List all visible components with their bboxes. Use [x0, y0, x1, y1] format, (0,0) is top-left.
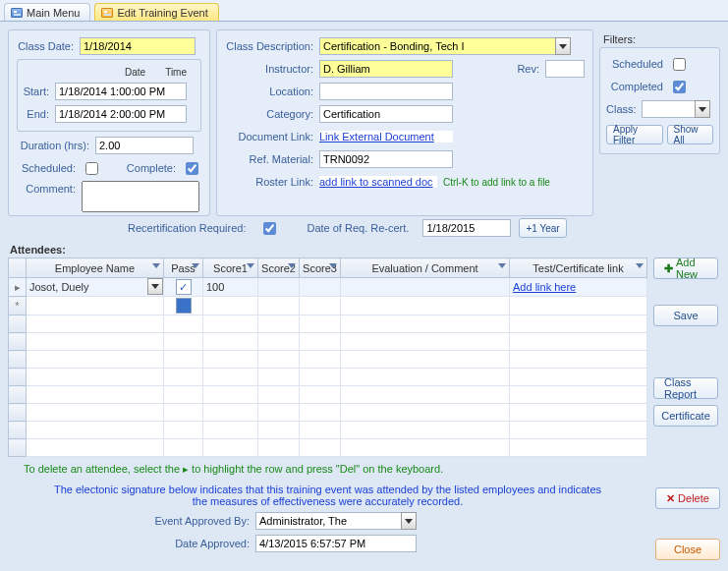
tab-edit-label: Edit Training Event [117, 7, 207, 19]
table-row [9, 404, 647, 422]
plus-one-year-button[interactable]: +1 Year [519, 218, 566, 238]
instructor-label: Instructor: [225, 63, 319, 75]
chevron-down-icon [405, 519, 413, 524]
table-new-row[interactable]: * [9, 297, 647, 315]
time-header: Time [165, 67, 187, 78]
sort-arrow-icon [288, 263, 296, 268]
rev-label: Rev: [490, 63, 545, 75]
roster-link-label: Roster Link: [225, 176, 319, 188]
row-selector-header[interactable] [9, 258, 27, 278]
recert-date-input[interactable] [422, 219, 511, 237]
filter-scheduled-checkbox[interactable] [673, 58, 686, 71]
comment-input[interactable] [82, 181, 199, 212]
end-input[interactable] [55, 105, 187, 123]
employee-dropdown[interactable] [147, 278, 163, 295]
col-evaluation[interactable]: Evaluation / Comment [341, 258, 510, 278]
sort-arrow-icon [247, 263, 254, 268]
cell-pass[interactable] [164, 297, 203, 315]
roster-link[interactable]: add link to scanned doc [319, 176, 433, 188]
form-icon [11, 8, 23, 18]
table-row[interactable]: ▸ Josot, Duely ✓ 100 Add link here [9, 278, 647, 297]
col-score1[interactable]: Score1 [203, 258, 258, 278]
delete-button[interactable]: ✕Delete [655, 487, 720, 509]
date-header: Date [125, 67, 145, 78]
recert-required-checkbox[interactable] [263, 222, 276, 235]
new-row-indicator[interactable]: * [9, 297, 27, 315]
duration-label: Duration (hrs): [17, 140, 95, 151]
rev-input[interactable] [545, 60, 585, 78]
filter-class-label: Class: [606, 103, 642, 115]
table-row [9, 351, 647, 369]
col-pass[interactable]: Pass [164, 258, 203, 278]
add-new-button[interactable]: ✚Add New [653, 257, 718, 279]
filter-completed-checkbox[interactable] [673, 81, 686, 93]
date-approved-input[interactable] [255, 535, 417, 552]
date-approved-label: Date Approved: [147, 538, 255, 549]
duration-input[interactable] [95, 137, 194, 154]
roster-link-hint: Ctrl-K to add link to a file [443, 177, 550, 188]
recert-date-label: Date of Req. Re-cert. [307, 222, 415, 234]
end-label: End: [22, 108, 55, 120]
approved-by-dropdown[interactable] [401, 512, 417, 530]
row-selector[interactable]: ▸ [9, 278, 27, 297]
add-cert-link[interactable]: Add link here [513, 281, 576, 293]
attendees-table: Employee Name Pass Score1 Score2 Score3 … [8, 257, 647, 457]
col-score3[interactable]: Score3 [300, 258, 341, 278]
table-row [9, 315, 647, 333]
signature-text: The electonic signature below indicates … [49, 484, 606, 507]
approved-by-input[interactable] [255, 512, 401, 530]
table-row [9, 439, 647, 457]
recert-required-label: Recertification Required: [128, 222, 252, 234]
ref-material-input[interactable] [319, 150, 453, 168]
tab-main-menu[interactable]: Main Menu [4, 3, 90, 21]
document-link[interactable]: Link External Document [319, 131, 434, 143]
cell-score1[interactable]: 100 [203, 278, 258, 297]
instructor-input[interactable] [319, 60, 453, 78]
class-description-input[interactable] [319, 37, 555, 55]
filter-scheduled-label: Scheduled [606, 58, 669, 70]
cell-cert-link[interactable]: Add link here [510, 278, 647, 297]
class-date-group: Class Date: Date Time Start: End: Durati… [8, 29, 210, 216]
sort-arrow-icon [636, 263, 644, 268]
col-cert-link[interactable]: Test/Certificate link [510, 258, 647, 278]
pass-checkbox[interactable]: ✓ [176, 279, 192, 295]
class-description-label: Class Description: [225, 40, 319, 52]
tab-main-label: Main Menu [27, 7, 80, 19]
chevron-down-icon [699, 107, 706, 112]
class-date-input[interactable] [80, 37, 196, 55]
cell-employee[interactable] [27, 297, 164, 315]
tab-edit-training-event[interactable]: Edit Training Event [94, 3, 218, 21]
filter-class-input[interactable] [642, 100, 695, 118]
document-link-label: Document Link: [225, 131, 319, 143]
scheduled-checkbox[interactable] [85, 162, 98, 175]
close-button[interactable]: Close [655, 539, 720, 560]
cell-employee[interactable]: Josot, Duely [27, 278, 164, 297]
sort-arrow-icon [498, 263, 506, 268]
table-row [9, 422, 647, 439]
pass-checkbox[interactable] [176, 298, 192, 314]
class-description-dropdown[interactable] [555, 37, 571, 55]
save-button[interactable]: Save [653, 305, 718, 326]
cell-score2[interactable] [258, 278, 300, 297]
filters-header: Filters: [603, 33, 720, 45]
ref-material-label: Ref. Material: [225, 153, 319, 165]
attendees-header: Attendees: [10, 244, 728, 256]
col-employee-name[interactable]: Employee Name [27, 258, 164, 278]
table-row [9, 386, 647, 404]
complete-checkbox[interactable] [186, 162, 198, 175]
location-input[interactable] [319, 83, 453, 100]
certificate-button[interactable]: Certificate [653, 405, 718, 427]
cell-score3[interactable] [300, 278, 341, 297]
plus-icon: ✚ [664, 262, 673, 275]
start-input[interactable] [55, 83, 187, 100]
cell-pass[interactable]: ✓ [164, 278, 203, 297]
show-all-button[interactable]: Show All [667, 125, 713, 144]
col-score2[interactable]: Score2 [258, 258, 300, 278]
apply-filter-button[interactable]: Apply Filter [606, 125, 663, 144]
chevron-down-icon [151, 284, 159, 289]
category-input[interactable] [319, 105, 453, 123]
class-report-button[interactable]: Class Report [653, 377, 718, 399]
filter-class-dropdown[interactable] [695, 100, 710, 118]
sort-arrow-icon [152, 263, 160, 268]
cell-evaluation[interactable] [341, 278, 510, 297]
